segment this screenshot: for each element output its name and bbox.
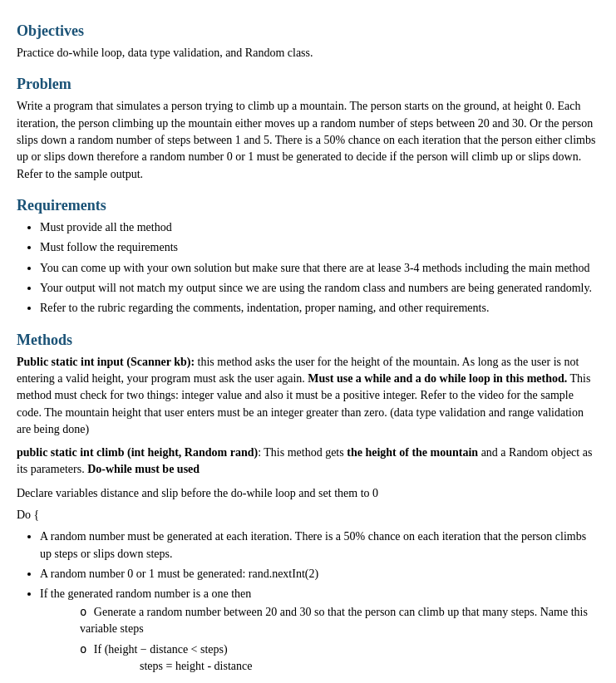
requirements-list: Must provide all the method Must follow … (40, 219, 599, 317)
list-item: Your output will not match my output sin… (40, 280, 599, 297)
objectives-body: Practice do-while loop, data type valida… (17, 45, 599, 61)
method2-bold: the height of the mountain (347, 446, 478, 459)
list-item: A random number 0 or 1 must be generated… (40, 566, 599, 582)
method2-bold2: Do-while must be used (87, 463, 200, 475)
list-item: Must provide all the method (40, 219, 599, 236)
do-item-3: If the generated random number is a one … (40, 587, 251, 600)
sub-list-item: If (height − distance < steps) steps = h… (80, 641, 599, 676)
methods-title: Methods (17, 329, 599, 351)
objectives-title: Objectives (17, 20, 599, 42)
code-line: steps = height - distance (140, 660, 252, 672)
do-block-open: Do { (17, 507, 599, 523)
method2-description: public static int climb (int height, Ran… (17, 445, 599, 479)
problem-body: Write a program that simulates a person … (17, 98, 599, 182)
sub-items-list: Generate a random number between 20 and … (80, 603, 599, 676)
method1-description: Public static int input (Scanner kb): th… (17, 354, 599, 438)
method2-pre-bold: : This method gets (258, 446, 347, 459)
sub-list-item: Generate a random number between 20 and … (80, 603, 599, 638)
list-item: Refer to the rubric regarding the commen… (40, 300, 599, 317)
list-item: If the generated random number is a one … (40, 586, 599, 675)
method2-sig: public static int climb (int height, Ran… (17, 446, 258, 459)
method1-bold-part: Must use a while and a do while loop in … (308, 372, 567, 385)
do-items-list: A random number must be generated at eac… (40, 528, 599, 675)
problem-title: Problem (17, 73, 599, 95)
list-item: You can come up with your own solution b… (40, 260, 599, 277)
list-item: A random number must be generated at eac… (40, 528, 599, 563)
sub-item-2: If (height − distance < steps) (94, 643, 228, 656)
method1-signature: Public static int input (Scanner kb): (17, 356, 195, 368)
declare-text: Declare variables distance and slip befo… (17, 485, 599, 502)
list-item: Must follow the requirements (40, 239, 599, 256)
requirements-title: Requirements (17, 194, 599, 216)
